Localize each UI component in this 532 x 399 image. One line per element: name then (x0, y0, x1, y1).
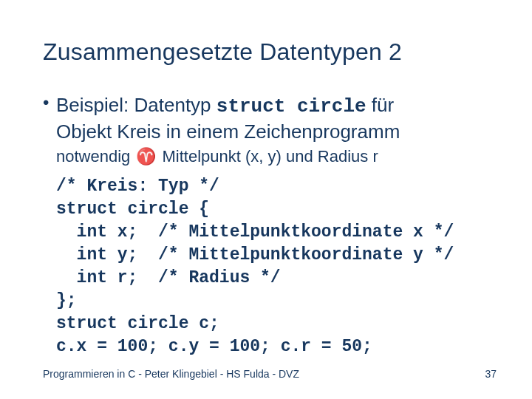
footer-text: Programmieren in C - Peter Klingebiel - … (43, 368, 299, 380)
code-line: int x; /* Mittelpunktkoordinate x */ (56, 222, 454, 242)
bullet-line-1: Beispiel: Datentyp struct circle für (56, 92, 497, 119)
code-line: /* Kreis: Typ */ (56, 177, 219, 196)
code-line: }; (56, 291, 77, 310)
aries-icon: ♈ (134, 146, 157, 168)
bullet-list: Beispiel: Datentyp struct circle für Obj… (56, 92, 497, 168)
sub-pre: notwendig (56, 147, 134, 166)
code-line: c.x = 100; c.y = 100; c.r = 50; (56, 337, 372, 356)
text-post: für (366, 94, 395, 116)
bullet-item: Beispiel: Datentyp struct circle für Obj… (56, 92, 497, 168)
inline-code: struct circle (216, 95, 366, 117)
slide: Zusammengesetzte Datentypen 2 Beispiel: … (0, 0, 532, 399)
text-pre: Beispiel: Datentyp (56, 94, 216, 116)
slide-title: Zusammengesetzte Datentypen 2 (43, 38, 497, 66)
bullet-sub-line: notwendig ♈ Mittelpunkt (x, y) und Radiu… (56, 146, 497, 168)
bullet-line-2: Objekt Kreis in einem Zeichenprogramm (56, 119, 497, 144)
sub-post: Mittelpunkt (x, y) und Radius r (157, 147, 378, 166)
code-line: struct circle c; (56, 314, 219, 333)
page-number: 37 (485, 368, 497, 380)
code-line: struct circle { (56, 200, 209, 219)
code-line: int r; /* Radius */ (56, 268, 281, 287)
code-block: /* Kreis: Typ */ struct circle { int x; … (56, 175, 497, 358)
code-line: int y; /* Mittelpunktkoordinate y */ (56, 245, 454, 265)
